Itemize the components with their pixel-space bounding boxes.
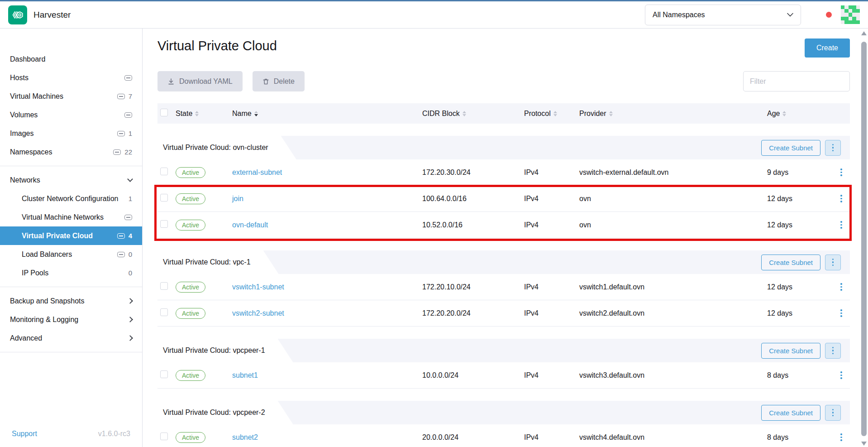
vpc-group-header: Virtual Private Cloud: vpcpeer-1 Create … — [157, 339, 850, 362]
delete-button[interactable]: Delete — [253, 71, 305, 91]
subnet-name-link[interactable]: external-subnet — [232, 168, 282, 176]
subnet-name-link[interactable]: join — [232, 195, 243, 202]
avatar-cell — [849, 5, 852, 9]
page-title: Virtual Private Cloud — [157, 38, 277, 53]
sidebar-item-hosts[interactable]: Hosts — [0, 68, 142, 87]
create-subnet-button[interactable]: Create Subnet — [761, 140, 820, 156]
sort-caret-icon — [609, 111, 613, 116]
sidebar-item-volumes[interactable]: Volumes — [0, 106, 142, 124]
vpc-group-title: Virtual Private Cloud: vpcpeer-2 — [163, 409, 265, 417]
protocol-value: IPv4 — [524, 283, 579, 291]
row-actions-menu-button[interactable] — [833, 283, 850, 291]
group-actions-menu-button[interactable] — [825, 343, 841, 359]
group-actions-menu-button[interactable] — [825, 140, 841, 156]
avatar-cell — [852, 13, 856, 16]
kebab-icon — [840, 221, 842, 229]
column-header-protocol[interactable]: Protocol — [524, 110, 579, 118]
column-header-state[interactable]: State — [176, 110, 232, 118]
sidebar-item-cluster-network-configuration[interactable]: Cluster Network Configuration 1 — [0, 189, 142, 208]
avatar-cell — [844, 20, 848, 24]
protocol-value: IPv4 — [524, 168, 579, 177]
row-checkbox[interactable] — [160, 220, 168, 228]
sort-caret-icon — [553, 111, 557, 116]
row-checkbox[interactable] — [160, 308, 168, 316]
row-actions-menu-button[interactable] — [833, 371, 850, 379]
harvester-logo[interactable] — [8, 5, 27, 24]
create-subnet-button[interactable]: Create Subnet — [761, 343, 820, 359]
vpc-group-title-tab: Virtual Private Cloud: vpc-1 — [157, 250, 279, 274]
sidebar-item-load-balancers[interactable]: Load Balancers 0 — [0, 245, 142, 264]
support-link[interactable]: Support — [12, 430, 37, 438]
kebab-icon — [840, 283, 842, 291]
resource-count: 1 — [129, 195, 132, 202]
namespace-selector[interactable]: All Namespaces — [645, 5, 801, 25]
scrollbar-down-arrow-icon[interactable] — [861, 442, 867, 446]
sidebar-item-ip-pools[interactable]: IP Pools 0 — [0, 264, 142, 282]
sidebar-item-virtual-machine-networks[interactable]: Virtual Machine Networks — [0, 208, 142, 226]
vpc-group-vpcpeer-1: Virtual Private Cloud: vpcpeer-1 Create … — [157, 339, 850, 389]
row-checkbox[interactable] — [160, 433, 168, 440]
sidebar-item-monitoring-logging[interactable]: Monitoring & Logging — [0, 310, 142, 329]
sidebar-footer: Support v1.6.0-rc3 — [0, 421, 142, 447]
row-actions-menu-button[interactable] — [833, 221, 850, 229]
avatar-cell — [856, 17, 860, 20]
app-header: Harvester All Namespaces — [0, 1, 868, 29]
scrollbar-up-arrow-icon[interactable] — [861, 31, 867, 35]
create-subnet-button[interactable]: Create Subnet — [761, 255, 820, 270]
sidebar-item-backup-and-snapshots[interactable]: Backup and Snapshots — [0, 292, 142, 310]
row-actions-menu-button[interactable] — [833, 433, 850, 441]
kebab-icon — [832, 144, 834, 152]
filter-input[interactable] — [743, 71, 850, 91]
row-actions-menu-button[interactable] — [833, 195, 850, 202]
column-header-age[interactable]: Age — [767, 110, 833, 118]
vpc-group-title-tab: Virtual Private Cloud: vpcpeer-2 — [157, 401, 293, 424]
kebab-icon — [840, 433, 842, 441]
subnet-name-link[interactable]: subnet2 — [232, 433, 258, 441]
row-actions-menu-button[interactable] — [833, 309, 850, 317]
download-yaml-button[interactable]: Download YAML — [157, 71, 243, 91]
scrollbar-thumb[interactable] — [861, 42, 867, 436]
row-checkbox[interactable] — [160, 370, 168, 378]
vpc-group-header: Virtual Private Cloud: ovn-cluster Creat… — [157, 136, 850, 159]
row-checkbox[interactable] — [160, 194, 168, 202]
avatar-cell — [844, 9, 848, 13]
select-all-checkbox[interactable] — [160, 109, 168, 116]
row-actions-menu-button[interactable] — [833, 168, 850, 176]
subnet-name-link[interactable]: vswitch2-subnet — [232, 309, 284, 317]
column-header-cidr-block[interactable]: CIDR Block — [422, 110, 524, 118]
state-badge: Active — [176, 220, 205, 231]
group-actions-menu-button[interactable] — [825, 255, 841, 270]
create-subnet-button[interactable]: Create Subnet — [761, 405, 820, 421]
sidebar-item-advanced[interactable]: Advanced — [0, 329, 142, 347]
resource-count-icon — [124, 112, 132, 118]
subnet-name-link[interactable]: ovn-default — [232, 221, 268, 229]
sidebar-item-namespaces[interactable]: Namespaces 22 — [0, 143, 142, 161]
column-header-provider[interactable]: Provider — [579, 110, 767, 118]
vpc-group-title: Virtual Private Cloud: ovn-cluster — [163, 144, 268, 152]
subnet-name-link[interactable]: vswitch1-subnet — [232, 283, 284, 291]
vpc-group-title: Virtual Private Cloud: vpc-1 — [163, 258, 251, 266]
chevron-right-icon — [127, 298, 133, 304]
avatar-cell — [849, 9, 852, 13]
sidebar-item-virtual-private-cloud[interactable]: Virtual Private Cloud 4 — [0, 226, 142, 245]
column-header-name[interactable]: Name — [232, 110, 422, 118]
avatar-cell — [852, 20, 856, 24]
sort-caret-icon — [782, 111, 786, 116]
resource-count-icon — [117, 252, 125, 257]
sidebar-item-dashboard[interactable]: Dashboard — [0, 50, 142, 68]
sidebar-item-images[interactable]: Images 1 — [0, 124, 142, 143]
vpc-group-header: Virtual Private Cloud: vpcpeer-2 Create … — [157, 401, 850, 424]
row-checkbox[interactable] — [160, 168, 168, 175]
sidebar-item-virtual-machines[interactable]: Virtual Machines 7 — [0, 87, 142, 106]
create-button[interactable]: Create — [805, 38, 850, 58]
kebab-icon — [840, 309, 842, 317]
namespace-selector-value: All Namespaces — [653, 11, 705, 19]
row-checkbox[interactable] — [160, 282, 168, 290]
sidebar-item-networks[interactable]: Networks — [0, 171, 142, 189]
group-actions-menu-button[interactable] — [825, 405, 841, 421]
avatar-cell — [856, 13, 860, 16]
subnet-name-link[interactable]: subnet1 — [232, 371, 258, 379]
cidr-value: 10.52.0.0/16 — [422, 221, 524, 229]
user-avatar[interactable] — [841, 5, 860, 24]
age-value: 8 days — [767, 371, 833, 380]
